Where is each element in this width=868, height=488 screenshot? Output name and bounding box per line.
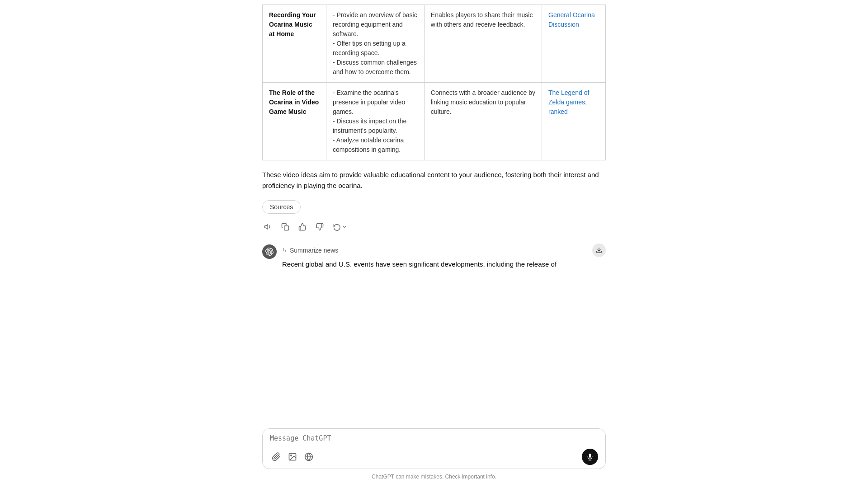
row2-source-link[interactable]: The Legend of Zelda games, ranked	[548, 89, 589, 115]
message-header: ↳ Summarize news	[282, 244, 606, 257]
copy-button[interactable]	[279, 221, 291, 233]
reply-arrow-icon: ↳	[282, 246, 287, 255]
input-area: ChatGPT can make mistakes. Check importa…	[262, 423, 606, 488]
row1-benefit: Enables players to share their music wit…	[431, 11, 533, 28]
attach-button[interactable]	[270, 450, 283, 463]
row2-title: The Role of the Ocarina in Video Game Mu…	[269, 89, 319, 115]
svg-rect-1	[284, 226, 289, 230]
input-left-icons	[270, 450, 315, 463]
message-input[interactable]	[270, 434, 598, 446]
action-icons-row	[262, 221, 606, 233]
svg-point-4	[291, 455, 292, 456]
speaker-button[interactable]	[262, 221, 274, 233]
row2-description: - Examine the ocarina's presence in popu…	[333, 89, 406, 153]
mic-button[interactable]	[582, 449, 598, 465]
svg-marker-0	[265, 225, 268, 230]
thumbs-down-button[interactable]	[314, 221, 326, 233]
summary-text: These video ideas aim to provide valuabl…	[262, 169, 606, 191]
row2-benefit: Connects with a broader audience by link…	[431, 89, 535, 115]
prompt-label: Summarize news	[290, 246, 338, 255]
table-row-1: Recording Your Ocarina Music at Home - P…	[263, 5, 606, 83]
table-row-2: The Role of the Ocarina in Video Game Mu…	[263, 83, 606, 160]
regenerate-button[interactable]	[331, 221, 349, 233]
footer-note: ChatGPT can make mistakes. Check importa…	[262, 473, 606, 481]
row1-title: Recording Your Ocarina Music at Home	[269, 11, 316, 38]
canvas-button[interactable]	[286, 450, 299, 463]
chatgpt-avatar	[262, 244, 277, 259]
sources-button[interactable]: Sources	[262, 200, 301, 214]
next-message-row: ↳ Summarize news Recent global and U.S. …	[262, 244, 606, 270]
message-input-box	[262, 428, 606, 469]
row1-description: - Provide an overview of basic recording…	[333, 11, 417, 75]
user-prompt: ↳ Summarize news	[282, 246, 338, 255]
input-bottom-row	[270, 449, 598, 465]
next-message-content: ↳ Summarize news Recent global and U.S. …	[282, 244, 606, 270]
message-preview-text: Recent global and U.S. events have seen …	[282, 259, 606, 270]
download-button[interactable]	[592, 244, 606, 257]
globe-button[interactable]	[302, 450, 315, 463]
row1-source-link[interactable]: General Ocarina Discussion	[548, 11, 595, 28]
thumbs-up-button[interactable]	[297, 221, 308, 233]
content-table: Recording Your Ocarina Music at Home - P…	[262, 5, 606, 160]
